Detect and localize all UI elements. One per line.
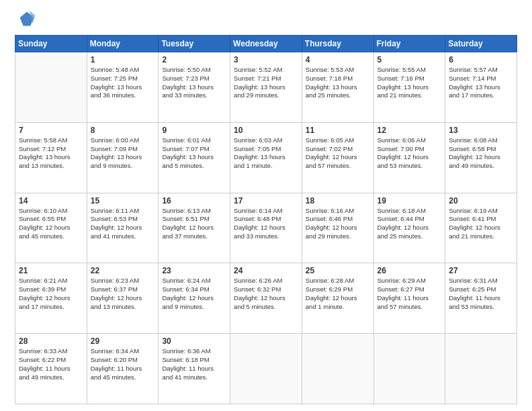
day-info: Sunrise: 6:34 AM Sunset: 6:20 PM Dayligh…: [91, 347, 155, 381]
day-number: 6: [449, 55, 513, 64]
day-number: 1: [91, 55, 155, 64]
day-number: 14: [19, 196, 83, 205]
day-info: Sunrise: 5:58 AM Sunset: 7:12 PM Dayligh…: [19, 136, 83, 171]
day-info: Sunrise: 5:48 AM Sunset: 7:25 PM Dayligh…: [91, 66, 155, 100]
calendar-cell: [445, 334, 517, 404]
day-info: Sunrise: 5:53 AM Sunset: 7:18 PM Dayligh…: [306, 66, 370, 100]
day-number: 11: [306, 126, 370, 135]
calendar-cell: 19Sunrise: 6:18 AM Sunset: 6:44 PM Dayli…: [373, 193, 445, 263]
day-info: Sunrise: 6:08 AM Sunset: 6:58 PM Dayligh…: [449, 136, 513, 171]
day-number: 28: [19, 336, 83, 346]
day-number: 20: [449, 196, 513, 205]
day-info: Sunrise: 6:05 AM Sunset: 7:02 PM Dayligh…: [306, 136, 370, 171]
week-row-1: 1Sunrise: 5:48 AM Sunset: 7:25 PM Daylig…: [15, 52, 517, 123]
calendar-cell: [15, 52, 87, 123]
day-info: Sunrise: 6:29 AM Sunset: 6:27 PM Dayligh…: [378, 277, 442, 311]
col-header-sunday: Sunday: [15, 36, 87, 52]
day-number: 19: [378, 196, 442, 205]
col-header-monday: Monday: [87, 36, 159, 52]
day-number: 15: [91, 196, 155, 205]
col-header-tuesday: Tuesday: [159, 36, 230, 52]
day-info: Sunrise: 6:13 AM Sunset: 6:51 PM Dayligh…: [162, 207, 226, 241]
logo: [15, 12, 36, 28]
day-info: Sunrise: 6:23 AM Sunset: 6:37 PM Dayligh…: [91, 277, 155, 311]
calendar-header-row: SundayMondayTuesdayWednesdayThursdayFrid…: [15, 36, 517, 52]
week-row-3: 14Sunrise: 6:10 AM Sunset: 6:55 PM Dayli…: [15, 193, 517, 263]
calendar-cell: 2Sunrise: 5:50 AM Sunset: 7:23 PM Daylig…: [159, 52, 230, 123]
calendar-cell: 4Sunrise: 5:53 AM Sunset: 7:18 PM Daylig…: [302, 52, 373, 123]
day-info: Sunrise: 5:50 AM Sunset: 7:23 PM Dayligh…: [162, 66, 226, 100]
calendar-cell: 17Sunrise: 6:14 AM Sunset: 6:48 PM Dayli…: [230, 193, 302, 263]
calendar-cell: 3Sunrise: 5:52 AM Sunset: 7:21 PM Daylig…: [230, 52, 302, 123]
day-number: 26: [378, 266, 442, 275]
week-row-4: 21Sunrise: 6:21 AM Sunset: 6:39 PM Dayli…: [15, 263, 517, 334]
day-info: Sunrise: 6:24 AM Sunset: 6:34 PM Dayligh…: [162, 277, 226, 311]
day-info: Sunrise: 6:28 AM Sunset: 6:29 PM Dayligh…: [306, 277, 370, 311]
day-info: Sunrise: 6:26 AM Sunset: 6:32 PM Dayligh…: [234, 277, 298, 311]
calendar-cell: 15Sunrise: 6:11 AM Sunset: 6:53 PM Dayli…: [87, 193, 159, 263]
logo-icon: [17, 9, 36, 28]
day-number: 23: [162, 266, 226, 275]
calendar-cell: 8Sunrise: 6:00 AM Sunset: 7:09 PM Daylig…: [87, 122, 159, 193]
day-info: Sunrise: 6:03 AM Sunset: 7:05 PM Dayligh…: [234, 136, 298, 171]
day-info: Sunrise: 6:10 AM Sunset: 6:55 PM Dayligh…: [19, 207, 83, 241]
calendar-cell: 23Sunrise: 6:24 AM Sunset: 6:34 PM Dayli…: [159, 263, 230, 334]
calendar-cell: 22Sunrise: 6:23 AM Sunset: 6:37 PM Dayli…: [87, 263, 159, 334]
day-info: Sunrise: 6:06 AM Sunset: 7:00 PM Dayligh…: [378, 136, 442, 171]
day-number: 25: [306, 266, 370, 275]
calendar-cell: 10Sunrise: 6:03 AM Sunset: 7:05 PM Dayli…: [230, 122, 302, 193]
day-number: 30: [162, 336, 226, 346]
day-info: Sunrise: 6:21 AM Sunset: 6:39 PM Dayligh…: [19, 277, 83, 311]
calendar-cell: 30Sunrise: 6:36 AM Sunset: 6:18 PM Dayli…: [159, 334, 230, 404]
day-number: 2: [162, 55, 226, 64]
calendar-cell: 16Sunrise: 6:13 AM Sunset: 6:51 PM Dayli…: [159, 193, 230, 263]
calendar-cell: 12Sunrise: 6:06 AM Sunset: 7:00 PM Dayli…: [373, 122, 445, 193]
day-number: 10: [234, 126, 298, 135]
calendar-cell: 18Sunrise: 6:16 AM Sunset: 6:46 PM Dayli…: [302, 193, 373, 263]
day-number: 7: [19, 126, 83, 135]
calendar-cell: 24Sunrise: 6:26 AM Sunset: 6:32 PM Dayli…: [230, 263, 302, 334]
day-info: Sunrise: 6:00 AM Sunset: 7:09 PM Dayligh…: [91, 136, 155, 171]
day-number: 27: [449, 266, 513, 275]
col-header-wednesday: Wednesday: [230, 36, 302, 52]
day-number: 29: [91, 336, 155, 346]
calendar-cell: 7Sunrise: 5:58 AM Sunset: 7:12 PM Daylig…: [15, 122, 87, 193]
calendar-cell: 6Sunrise: 5:57 AM Sunset: 7:14 PM Daylig…: [445, 52, 517, 123]
day-number: 16: [162, 196, 226, 205]
day-info: Sunrise: 6:01 AM Sunset: 7:07 PM Dayligh…: [162, 136, 226, 171]
day-number: 18: [306, 196, 370, 205]
calendar-cell: 13Sunrise: 6:08 AM Sunset: 6:58 PM Dayli…: [445, 122, 517, 193]
col-header-saturday: Saturday: [445, 36, 517, 52]
calendar-cell: [373, 334, 445, 404]
calendar-cell: 11Sunrise: 6:05 AM Sunset: 7:02 PM Dayli…: [302, 122, 373, 193]
day-info: Sunrise: 5:52 AM Sunset: 7:21 PM Dayligh…: [234, 66, 298, 100]
calendar-cell: 29Sunrise: 6:34 AM Sunset: 6:20 PM Dayli…: [87, 334, 159, 404]
day-info: Sunrise: 6:31 AM Sunset: 6:25 PM Dayligh…: [449, 277, 513, 311]
day-number: 22: [91, 266, 155, 275]
calendar-cell: 1Sunrise: 5:48 AM Sunset: 7:25 PM Daylig…: [87, 52, 159, 123]
week-row-5: 28Sunrise: 6:33 AM Sunset: 6:22 PM Dayli…: [15, 334, 517, 404]
day-number: 21: [19, 266, 83, 275]
calendar-cell: [302, 334, 373, 404]
col-header-thursday: Thursday: [302, 36, 373, 52]
day-info: Sunrise: 6:11 AM Sunset: 6:53 PM Dayligh…: [91, 207, 155, 241]
col-header-friday: Friday: [373, 36, 445, 52]
day-number: 13: [449, 126, 513, 135]
calendar-cell: 28Sunrise: 6:33 AM Sunset: 6:22 PM Dayli…: [15, 334, 87, 404]
day-info: Sunrise: 6:14 AM Sunset: 6:48 PM Dayligh…: [234, 207, 298, 241]
day-info: Sunrise: 6:36 AM Sunset: 6:18 PM Dayligh…: [162, 347, 226, 381]
day-number: 24: [234, 266, 298, 275]
calendar-cell: 9Sunrise: 6:01 AM Sunset: 7:07 PM Daylig…: [159, 122, 230, 193]
calendar-cell: [230, 334, 302, 404]
day-info: Sunrise: 6:16 AM Sunset: 6:46 PM Dayligh…: [306, 207, 370, 241]
day-number: 9: [162, 126, 226, 135]
week-row-2: 7Sunrise: 5:58 AM Sunset: 7:12 PM Daylig…: [15, 122, 517, 193]
calendar-cell: 27Sunrise: 6:31 AM Sunset: 6:25 PM Dayli…: [445, 263, 517, 334]
day-info: Sunrise: 5:55 AM Sunset: 7:16 PM Dayligh…: [378, 66, 442, 100]
day-info: Sunrise: 6:18 AM Sunset: 6:44 PM Dayligh…: [378, 207, 442, 241]
page: SundayMondayTuesdayWednesdayThursdayFrid…: [0, 0, 532, 411]
day-number: 4: [306, 55, 370, 64]
calendar-cell: 26Sunrise: 6:29 AM Sunset: 6:27 PM Dayli…: [373, 263, 445, 334]
day-number: 17: [234, 196, 298, 205]
calendar-cell: 25Sunrise: 6:28 AM Sunset: 6:29 PM Dayli…: [302, 263, 373, 334]
